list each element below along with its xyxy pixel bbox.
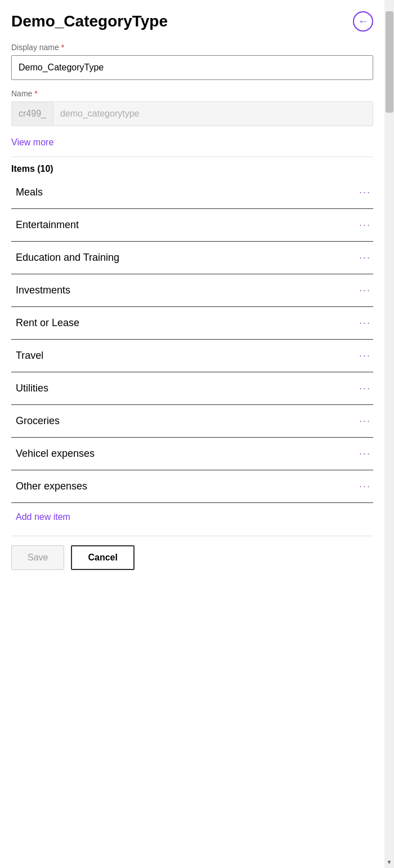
list-item[interactable]: Vehicel expenses ··· bbox=[11, 438, 373, 470]
back-icon: ← bbox=[358, 16, 368, 28]
scrollbar-thumb[interactable] bbox=[386, 11, 393, 113]
items-heading: Items (10) bbox=[11, 164, 373, 174]
save-button[interactable]: Save bbox=[11, 545, 64, 570]
back-button[interactable]: ← bbox=[353, 11, 373, 32]
name-label: Name* bbox=[11, 89, 373, 98]
footer-buttons: Save Cancel bbox=[11, 536, 373, 581]
more-icon-0[interactable]: ··· bbox=[357, 186, 373, 198]
list-item[interactable]: Investments ··· bbox=[11, 274, 373, 307]
display-name-input[interactable] bbox=[11, 55, 373, 80]
header-row: Demo_CategoryType ← bbox=[11, 11, 373, 32]
view-more-link[interactable]: View more bbox=[11, 137, 53, 148]
list-item[interactable]: Education and Training ··· bbox=[11, 242, 373, 274]
name-value: demo_categorytype bbox=[53, 102, 373, 126]
scrollbar-arrow-down[interactable]: ▼ bbox=[386, 858, 393, 866]
list-item[interactable]: Meals ··· bbox=[11, 176, 373, 209]
list-item[interactable]: Entertainment ··· bbox=[11, 209, 373, 242]
display-name-section: Display name* bbox=[11, 43, 373, 80]
more-icon-5[interactable]: ··· bbox=[357, 350, 373, 362]
more-icon-6[interactable]: ··· bbox=[357, 382, 373, 394]
more-icon-7[interactable]: ··· bbox=[357, 415, 373, 427]
more-icon-1[interactable]: ··· bbox=[357, 219, 373, 231]
more-icon-2[interactable]: ··· bbox=[357, 252, 373, 264]
scrollbar: ▼ bbox=[384, 0, 394, 868]
list-item[interactable]: Groceries ··· bbox=[11, 405, 373, 438]
list-item[interactable]: Other expenses ··· bbox=[11, 470, 373, 503]
more-icon-8[interactable]: ··· bbox=[357, 448, 373, 460]
name-section: Name* cr499_ demo_categorytype bbox=[11, 89, 373, 126]
add-new-item-link[interactable]: Add new item bbox=[11, 512, 70, 522]
more-icon-9[interactable]: ··· bbox=[357, 480, 373, 492]
display-name-label: Display name* bbox=[11, 43, 373, 52]
name-prefix: cr499_ bbox=[12, 102, 53, 126]
cancel-button[interactable]: Cancel bbox=[71, 545, 134, 570]
main-container: Demo_CategoryType ← Display name* Name* … bbox=[0, 0, 384, 581]
more-icon-3[interactable]: ··· bbox=[357, 284, 373, 296]
name-field-row: cr499_ demo_categorytype bbox=[11, 101, 373, 126]
list-item[interactable]: Rent or Lease ··· bbox=[11, 307, 373, 340]
page-title: Demo_CategoryType bbox=[11, 12, 168, 30]
more-icon-4[interactable]: ··· bbox=[357, 317, 373, 329]
list-item[interactable]: Utilities ··· bbox=[11, 372, 373, 405]
list-item[interactable]: Travel ··· bbox=[11, 340, 373, 372]
items-list: Meals ··· Entertainment ··· Education an… bbox=[11, 176, 373, 503]
section-divider bbox=[11, 157, 373, 157]
